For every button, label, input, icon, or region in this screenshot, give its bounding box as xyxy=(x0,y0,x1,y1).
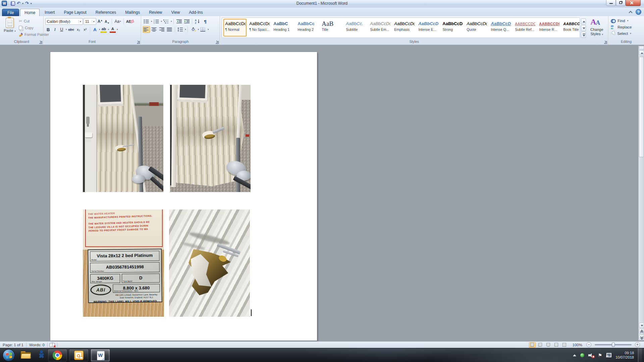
zoom-slider-handle[interactable] xyxy=(612,343,615,347)
proofing-status-icon[interactable] xyxy=(50,343,55,347)
replace-button[interactable]: abac Replace xyxy=(610,24,642,30)
tray-status-icon[interactable] xyxy=(580,353,584,357)
action-center-flag-icon[interactable]: ⚑ xyxy=(598,353,602,358)
change-styles-button[interactable]: A A Change Styles ▾ xyxy=(586,17,607,39)
network-icon[interactable] xyxy=(606,353,611,357)
styles-scroll-up-icon[interactable] xyxy=(581,18,586,24)
tab-mailings[interactable]: Mailings xyxy=(121,9,144,16)
style-intense-reference[interactable]: AABBCCDCIntense R... xyxy=(537,19,560,37)
style-subtitle[interactable]: AaBbCc.Subtitle xyxy=(344,19,367,37)
volume-muted-icon[interactable] xyxy=(588,353,594,358)
draft-view-button[interactable] xyxy=(561,342,568,348)
page-count-status[interactable]: Page: 1 of 1 xyxy=(0,343,26,347)
strikethrough-button[interactable]: abc xyxy=(67,26,75,33)
word-count-status[interactable]: Words: 0 xyxy=(26,343,47,347)
styles-more-icon[interactable] xyxy=(581,32,586,38)
previous-page-button[interactable] xyxy=(639,329,644,334)
scroll-up-button[interactable] xyxy=(639,50,644,55)
style-subtle-emphasis[interactable]: AaBbCcDcSubtle Em... xyxy=(368,19,391,37)
justify-button[interactable] xyxy=(166,26,173,33)
scrollbar-thumb[interactable] xyxy=(639,57,644,157)
document-page[interactable]: THE WATER HEATER THE MANUFACTURERS PRINT… xyxy=(50,52,317,341)
taskbar-word-button[interactable] xyxy=(91,349,110,362)
numbering-button[interactable]: 123 xyxy=(153,18,160,25)
sort-button[interactable]: AZ xyxy=(194,18,201,25)
taskbar-clock[interactable]: 09:18 10/07/2018 xyxy=(615,351,634,360)
zoom-out-button[interactable]: − xyxy=(586,342,591,347)
select-button[interactable]: Select▾ xyxy=(610,30,642,37)
photo-caravan-side[interactable] xyxy=(170,85,251,192)
restore-button[interactable] xyxy=(616,0,626,6)
tab-view[interactable]: View xyxy=(167,9,184,16)
paragraph-dialog-launcher[interactable] xyxy=(216,41,219,44)
zoom-in-button[interactable]: + xyxy=(635,342,640,347)
italic-button[interactable]: I xyxy=(52,26,58,33)
outline-view-button[interactable] xyxy=(553,342,560,348)
clear-formatting-button[interactable]: AB xyxy=(125,18,132,25)
style-intense-emphasis[interactable]: AaBbCcDcIntense E... xyxy=(417,19,440,37)
highlight-dropdown-icon[interactable]: ▾ xyxy=(108,28,109,31)
style-emphasis[interactable]: AaBbCcDcEmphasis xyxy=(392,19,416,37)
multilevel-list-button[interactable] xyxy=(163,18,170,25)
tab-home[interactable]: Home xyxy=(20,9,40,16)
minimize-button[interactable] xyxy=(606,0,616,6)
tab-file[interactable]: File xyxy=(2,9,19,16)
font-size-select[interactable]: 11▾ xyxy=(84,18,96,25)
align-right-button[interactable] xyxy=(158,26,165,33)
align-center-button[interactable] xyxy=(151,26,158,33)
web-layout-view-button[interactable] xyxy=(545,342,552,348)
view-ruler-button[interactable] xyxy=(639,46,644,50)
text-effects-button[interactable]: A xyxy=(92,26,98,33)
start-button[interactable] xyxy=(3,349,15,361)
style-no-spacing[interactable]: AaBbCcDc¶ No Spaci... xyxy=(248,19,271,37)
change-case-button[interactable]: Aa▾ xyxy=(114,18,121,25)
style-title[interactable]: AaBTitle xyxy=(320,19,343,37)
font-family-select[interactable]: Calibri (Body)▾ xyxy=(45,18,83,25)
style-strong[interactable]: AaBbCcDcStrong xyxy=(441,19,464,37)
close-button[interactable] xyxy=(626,0,641,6)
zoom-slider[interactable] xyxy=(595,344,632,345)
subscript-button[interactable]: x₂ xyxy=(75,26,82,33)
photo-caravan-door-side[interactable] xyxy=(83,85,163,192)
font-color-dropdown-icon[interactable]: ▾ xyxy=(117,28,118,31)
tray-show-hidden-icons[interactable] xyxy=(573,354,576,356)
show-desktop-button[interactable] xyxy=(638,348,642,362)
underline-button[interactable]: U xyxy=(59,26,65,33)
style-book-title[interactable]: AABBCCDCBook Title xyxy=(561,19,580,37)
photo-damage-closeup[interactable] xyxy=(169,209,250,317)
next-page-button[interactable] xyxy=(639,335,644,340)
clipboard-dialog-launcher[interactable] xyxy=(39,41,42,44)
minimize-ribbon-icon[interactable] xyxy=(628,9,633,15)
align-left-button[interactable] xyxy=(143,26,150,33)
full-screen-reading-view-button[interactable] xyxy=(537,342,544,348)
style-intense-quote[interactable]: AaBbCcDcIntense Q... xyxy=(489,19,512,37)
underline-dropdown-icon[interactable]: ▾ xyxy=(66,28,67,31)
superscript-button[interactable]: x² xyxy=(82,26,88,33)
tab-references[interactable]: References xyxy=(92,9,120,16)
bold-button[interactable]: B xyxy=(45,26,51,33)
style-heading-2[interactable]: AaBbCcHeading 2 xyxy=(296,19,319,37)
tab-add-ins[interactable]: Add-Ins xyxy=(185,9,207,16)
style-heading-1[interactable]: AaBbCHeading 1 xyxy=(272,19,295,37)
taskbar-people-app-button[interactable] xyxy=(37,350,46,360)
tab-review[interactable]: Review xyxy=(145,9,166,16)
vertical-scrollbar[interactable] xyxy=(638,46,644,340)
font-size-dropdown-icon[interactable]: ▾ xyxy=(92,20,95,23)
style-subtle-reference[interactable]: AABBCCDCSubtle Ref... xyxy=(513,19,536,37)
tab-page-layout[interactable]: Page Layout xyxy=(60,9,90,16)
taskbar-outlook-button[interactable] xyxy=(69,349,89,362)
show-formatting-button[interactable]: ¶ xyxy=(202,18,209,25)
shading-button[interactable] xyxy=(190,26,197,33)
style-normal[interactable]: AaBbCcDc¶ Normal xyxy=(223,19,247,37)
paste-dropdown-icon[interactable]: ▾ xyxy=(14,30,16,32)
bullets-button[interactable] xyxy=(143,18,150,25)
font-dialog-launcher[interactable] xyxy=(137,41,140,44)
style-quote[interactable]: AaBbCcDcQuote xyxy=(465,19,488,37)
taskbar-explorer-button[interactable] xyxy=(21,351,31,359)
zoom-level[interactable]: 100% xyxy=(573,343,582,347)
paste-button[interactable]: Paste ▾ xyxy=(2,17,17,38)
text-effects-dropdown-icon[interactable]: ▾ xyxy=(99,28,100,31)
shrink-font-button[interactable]: A▼ xyxy=(104,18,110,25)
increase-indent-button[interactable] xyxy=(183,18,190,25)
help-icon[interactable]: ? xyxy=(636,9,641,15)
